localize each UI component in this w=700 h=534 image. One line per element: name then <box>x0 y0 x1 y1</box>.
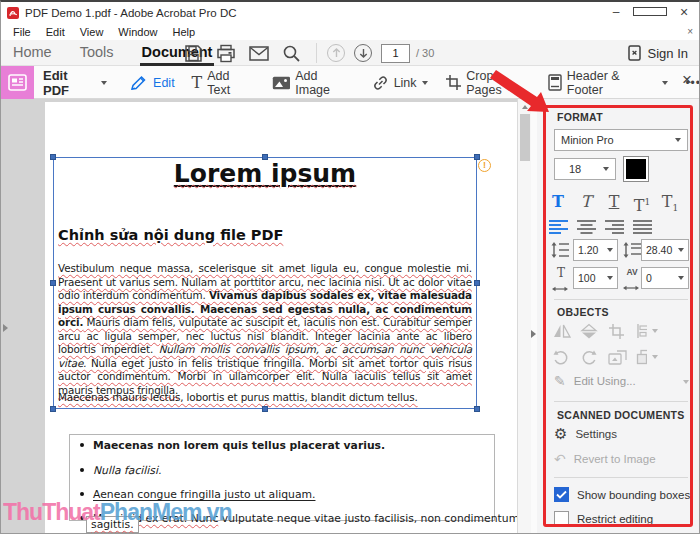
font-color-swatch[interactable] <box>623 156 649 182</box>
align-center-button[interactable] <box>577 219 599 235</box>
toolbar-row: Home Tools Document 1 <box>1 40 700 66</box>
close-tool-button[interactable]: × <box>682 70 692 90</box>
align-justify-button[interactable] <box>633 219 655 235</box>
subscript-button[interactable]: T1 <box>658 191 682 213</box>
selection-handle[interactable] <box>262 406 268 412</box>
italic-button[interactable]: T <box>574 191 598 213</box>
arrow-up-icon <box>332 48 341 58</box>
previous-page-button[interactable] <box>327 44 345 62</box>
character-spacing-select[interactable]: 0 <box>641 267 689 289</box>
paragraph-spacing-icon <box>623 242 641 260</box>
print-button[interactable] <box>216 44 236 63</box>
objects-section-label: OBJECTS <box>557 306 609 318</box>
warning-badge-icon[interactable]: ! <box>478 159 491 172</box>
line-spacing-icon <box>551 242 569 260</box>
edit-pdf-menu-button[interactable]: Edit PDF <box>43 68 107 98</box>
selection-handle[interactable] <box>474 280 480 286</box>
sign-in-button[interactable]: Sign In <box>628 40 688 66</box>
crop-icon <box>445 74 462 91</box>
pdf-page[interactable]: Lorem ipsum Chỉnh sửa nội dung file PDF … <box>45 102 517 534</box>
align-right-button[interactable] <box>605 219 627 235</box>
pencil-icon: ✎ <box>554 373 566 389</box>
crop-object-button[interactable] <box>608 321 630 341</box>
minimize-button[interactable]: – <box>599 2 633 23</box>
show-bounding-boxes-option[interactable]: Show bounding boxes <box>554 487 690 502</box>
next-page-button[interactable] <box>354 44 372 62</box>
horizontal-scale-icon: T <box>552 268 570 286</box>
add-image-label: Add Image <box>295 69 354 97</box>
flip-vertical-button[interactable] <box>580 321 602 341</box>
format-section-label: FORMAT <box>557 111 603 123</box>
chevron-down-icon <box>652 329 658 333</box>
menu-file[interactable]: File <box>10 26 34 38</box>
menu-window[interactable]: Window <box>115 26 160 38</box>
selection-handle[interactable] <box>474 406 480 412</box>
header-footer-button[interactable]: Header & Footer <box>548 69 668 97</box>
font-family-select[interactable]: Minion Pro <box>554 129 688 151</box>
revert-to-image-button[interactable]: ↶ Revert to Image <box>554 451 656 467</box>
list-item: Maecenas non lorem quis tellus placerat … <box>80 439 385 452</box>
panel-collapse-icon[interactable] <box>531 330 536 338</box>
checkbox-unchecked-icon[interactable] <box>554 511 569 526</box>
gear-icon: ⚙ <box>554 425 567 443</box>
selected-text-block[interactable]: Lorem ipsum Chỉnh sửa nội dung file PDF … <box>53 157 477 409</box>
flip-horizontal-icon <box>552 323 572 339</box>
add-text-button[interactable]: T Add Text <box>192 69 255 97</box>
search-button[interactable] <box>282 44 301 63</box>
link-label: Link <box>394 76 417 90</box>
add-image-button[interactable]: Add Image <box>272 69 355 97</box>
edit-button[interactable]: Edit <box>130 74 175 91</box>
menu-help[interactable]: Help <box>169 26 198 38</box>
chevron-down-icon <box>678 248 684 252</box>
color-black <box>626 159 646 179</box>
chevron-down-icon <box>652 355 658 359</box>
align-objects-button[interactable] <box>636 321 658 341</box>
email-button[interactable] <box>249 46 269 61</box>
selection-handle[interactable] <box>50 154 56 160</box>
arrow-down-icon <box>359 48 368 58</box>
rotate-clockwise-button[interactable] <box>580 347 602 367</box>
navigation-pane-expand-icon[interactable] <box>3 324 8 332</box>
menu-edit[interactable]: Edit <box>43 26 68 38</box>
paragraph-spacing-select[interactable]: 28.40 <box>641 239 689 261</box>
rotate-counterclockwise-button[interactable] <box>552 347 574 367</box>
superscript-button[interactable]: T1 <box>630 191 654 213</box>
horizontal-scale-select[interactable]: 100 <box>573 267 618 289</box>
crop-pages-button[interactable]: Crop Pages <box>445 69 532 97</box>
tab-home[interactable]: Home <box>11 40 54 66</box>
menubar-close-button[interactable]: × <box>687 26 693 37</box>
edit-using-button[interactable]: ✎ Edit Using... <box>554 373 636 389</box>
align-left-button[interactable] <box>549 219 571 235</box>
selection-handle[interactable] <box>474 154 480 160</box>
tab-tools[interactable]: Tools <box>78 40 116 66</box>
selection-handle[interactable] <box>262 154 268 160</box>
edit-pdf-tool-icon[interactable] <box>1 66 34 99</box>
selection-handle[interactable] <box>50 280 56 286</box>
underline-button[interactable]: T <box>602 191 626 213</box>
align-justify-icon <box>633 219 652 234</box>
header-footer-label: Header & Footer <box>567 69 658 97</box>
menu-view[interactable]: View <box>77 26 107 38</box>
crop-pages-label: Crop Pages <box>466 69 531 97</box>
scroll-up-icon[interactable] <box>522 105 528 109</box>
settings-button[interactable]: ⚙ Settings <box>554 425 617 443</box>
close-button[interactable]: × <box>667 2 700 23</box>
page-number-input[interactable]: 1 <box>381 44 410 63</box>
scrollbar-thumb[interactable] <box>520 114 530 161</box>
document-viewport[interactable]: Lorem ipsum Chỉnh sửa nội dung file PDF … <box>1 99 517 534</box>
restrict-editing-option[interactable]: Restrict editing <box>554 511 653 526</box>
maximize-button[interactable] <box>633 2 667 23</box>
add-text-label: Add Text <box>207 69 254 97</box>
save-button[interactable] <box>184 44 203 63</box>
flip-horizontal-button[interactable] <box>552 321 574 341</box>
replace-image-button[interactable] <box>608 347 630 367</box>
font-size-select[interactable]: 18 <box>554 158 616 180</box>
arrange-objects-button[interactable] <box>636 347 658 367</box>
vertical-scrollbar[interactable] <box>517 99 531 534</box>
bold-button[interactable]: T <box>546 191 570 213</box>
selection-handle[interactable] <box>50 406 56 412</box>
maximize-icon <box>633 7 667 16</box>
checkbox-checked-icon[interactable] <box>554 487 569 502</box>
line-spacing-select[interactable]: 1.20 <box>573 239 618 261</box>
link-button[interactable]: Link <box>372 75 428 91</box>
